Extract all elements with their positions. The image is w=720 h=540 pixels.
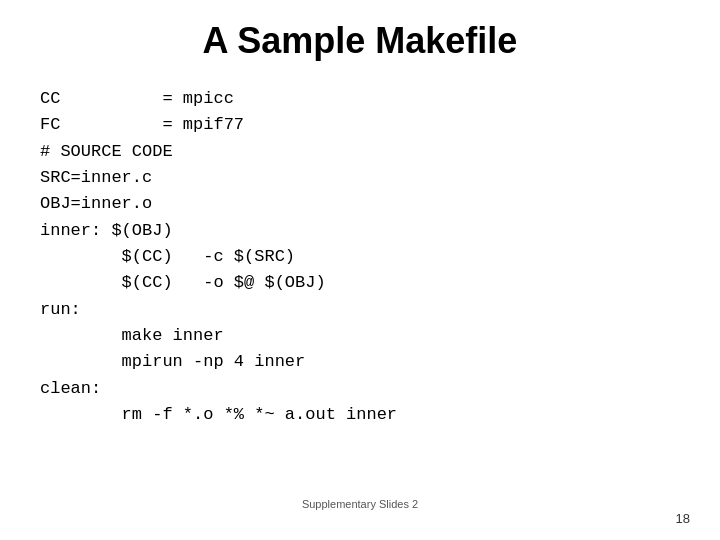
- slide-container: A Sample Makefile CC = mpicc FC = mpif77…: [0, 0, 720, 540]
- slide-footer: Supplementary Slides 2: [40, 488, 680, 510]
- slide-number: 18: [676, 511, 690, 526]
- slide-title: A Sample Makefile: [40, 20, 680, 62]
- footer-text: Supplementary Slides 2: [40, 498, 680, 510]
- code-block: CC = mpicc FC = mpif77 # SOURCE CODE SRC…: [40, 86, 680, 488]
